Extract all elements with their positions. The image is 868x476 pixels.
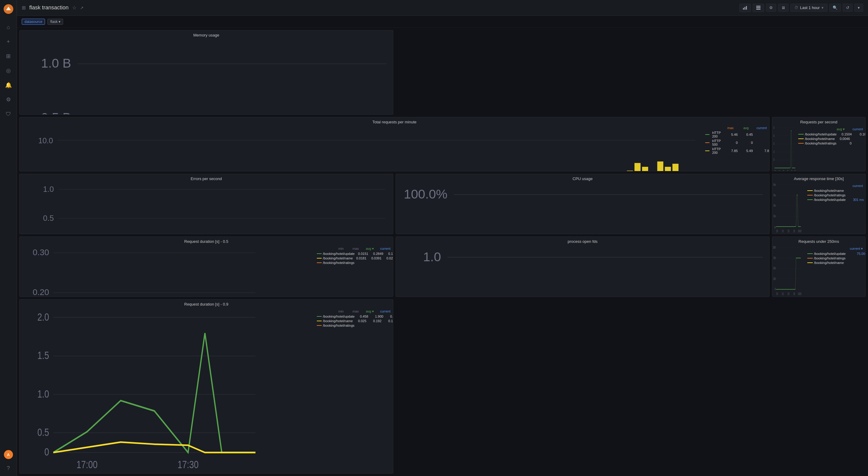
panel-art-title: Average response time [30s] [772,174,865,181]
svg-rect-5 [756,7,761,8]
panel-rd05-title: Request duration [s] - 0.5 [20,237,393,244]
table-view-button[interactable] [753,4,764,12]
rd05-chart: 0.30 0.20 0.10 0 17:00 17:30 [20,244,314,297]
svg-text:0.15: 0.15 [773,142,774,146]
svg-text:400 ms: 400 ms [773,183,776,186]
sidebar-item-help[interactable]: ? [4,464,13,472]
svg-rect-36 [642,167,648,171]
panel-process-open-fds: process open fds 1.0 0.5 0 -0.5 [396,237,770,297]
svg-text:0.05: 0.05 [773,158,774,162]
rps-legend: avg ▾ current /booking/hotel/update 0.15… [796,125,865,171]
svg-text:7.5: 7.5 [42,170,53,171]
sidebar-item-explore[interactable]: ◎ [4,66,13,75]
svg-text:0.20: 0.20 [773,134,774,138]
panel-requests-per-second: Requests per second 0 0.05 0.10 [772,117,866,171]
display-button[interactable]: 🖥 [778,4,788,12]
app-logo[interactable] [3,4,14,14]
share-icon[interactable]: ↗ [80,5,84,10]
svg-text:17:40: 17:40 [791,170,792,171]
svg-text:17:20: 17:20 [783,170,784,171]
svg-text:1.0: 1.0 [43,185,54,193]
svg-text:17:00: 17:00 [776,229,778,233]
sidebar-item-home[interactable]: ⌂ [4,23,13,31]
zoom-out-button[interactable]: 🔍 [829,4,841,12]
flask-filter[interactable]: flask ▾ [48,19,63,25]
svg-text:17:30: 17:30 [787,170,788,171]
svg-text:1.0: 1.0 [37,388,49,400]
more-button[interactable]: ▾ [855,4,863,12]
svg-text:200 ms: 200 ms [773,204,776,207]
panel-errors-per-second: Errors per second -1.0 -0.5 0 0.5 [19,174,393,234]
page-title: flask transaction [29,4,68,11]
ru250-legend: current ▾ /booking/hotel/update 75.000% … [805,244,865,297]
svg-text:0.10: 0.10 [773,150,774,154]
svg-text:17:50: 17:50 [800,229,802,233]
sidebar-item-grid[interactable]: ⊞ [4,52,13,60]
svg-rect-4 [756,6,761,7]
svg-text:17:50: 17:50 [794,170,796,171]
panel-memory-title: Memory usage [20,31,393,38]
svg-text:17:20: 17:20 [788,229,789,233]
eps-chart: -1.0 -0.5 0 0.5 1.0 17:00 17:10 17:20 17… [20,181,393,234]
total-requests-chart: 0 2.5 5.0 7.5 10.0 16:55 17:00 17:05 17:… [20,125,703,171]
svg-text:0.5: 0.5 [37,427,49,438]
panel-total-requests-title: Total requests per minute [20,117,769,125]
ru250-chart: 100.00% 75.00% 50.00% 25.00% 0% 17:00 17… [772,244,805,297]
svg-text:50.00%: 50.00% [773,267,776,270]
filter-bar: datasource flask ▾ [17,16,868,28]
panel-requests-under-250ms: Requests under 250ms 100.00% 75.00% 50.0… [772,237,866,297]
panel-pof-title: process open fds [396,237,769,244]
svg-text:17:10: 17:10 [779,170,780,171]
rps-chart: 0 0.05 0.10 0.15 0.20 0.25 17:00 17:10 1… [772,125,796,171]
svg-text:17:50: 17:50 [800,292,802,296]
svg-text:0.20: 0.20 [33,287,49,297]
svg-text:0.5 B: 0.5 B [41,110,71,115]
svg-text:2.0: 2.0 [37,311,49,323]
svg-rect-40 [672,164,678,171]
svg-text:17:30: 17:30 [178,459,199,470]
total-requests-legend: max avg current HTTP 200 5.460.450 HTTP … [703,125,769,171]
refresh-button[interactable]: ↺ [843,4,852,12]
svg-text:17:20: 17:20 [788,292,789,296]
svg-text:1.5: 1.5 [37,350,49,361]
svg-text:17:00: 17:00 [776,292,778,296]
svg-text:300 ms: 300 ms [773,193,776,197]
time-range-selector[interactable]: ⏱ Last 1 hour ▾ [790,4,828,12]
svg-text:1.0 B: 1.0 B [41,56,71,70]
chart-view-button[interactable] [739,4,751,12]
art-chart: 0 ns 100 ms 200 ms 300 ms 400 ms 17:00 1… [772,181,805,234]
time-range-label: Last 1 hour [800,5,820,10]
svg-text:0: 0 [44,446,49,458]
sidebar-item-settings[interactable]: ⚙ [4,95,13,104]
cpu-chart: 100.0% 50.0% 0% -50.0% 17:00 17:10 17:20… [396,181,769,234]
panel-avg-response-time: Average response time [30s] 0 ns 100 ms … [772,174,866,234]
svg-text:0%: 0% [775,287,776,291]
sidebar: ⌂ + ⊞ ◎ 🔔 ⚙ 🛡 A ? [0,0,17,476]
svg-text:10.0: 10.0 [38,136,53,145]
svg-text:100.0%: 100.0% [404,187,447,201]
panel-ru250-title: Requests under 250ms [772,237,865,244]
sidebar-item-add[interactable]: + [4,37,13,46]
svg-rect-35 [634,163,641,171]
svg-text:1.0: 1.0 [423,249,441,264]
svg-text:25.00%: 25.00% [773,277,776,280]
svg-rect-6 [756,9,761,10]
panel-memory-usage: Memory usage 1.0 B 0.5 B 0 B -0.5 B [19,30,393,115]
panel-rd09-title: Request duration [s] - 0.9 [20,300,393,307]
avatar[interactable]: A [4,450,13,459]
datasource-filter[interactable]: datasource [22,19,45,25]
star-icon[interactable]: ☆ [72,5,76,10]
settings-button[interactable]: ⚙ [766,4,776,12]
panel-cpu-title: CPU usage [396,174,769,181]
dashboard-icon: ⊞ [22,5,26,10]
rd05-legend: min max avg ▾ current /booking/hotel/upd… [314,244,393,297]
sidebar-item-shield[interactable]: 🛡 [4,110,13,118]
svg-text:100.00%: 100.00% [773,245,776,249]
topbar-actions: ⚙ 🖥 ⏱ Last 1 hour ▾ 🔍 ↺ ▾ [739,4,863,12]
svg-text:17:30: 17:30 [794,229,795,233]
svg-text:75.00%: 75.00% [773,256,776,260]
sidebar-item-alerts[interactable]: 🔔 [4,81,13,89]
svg-rect-1 [743,8,744,10]
svg-text:0.25: 0.25 [773,126,774,130]
svg-rect-38 [657,161,663,171]
